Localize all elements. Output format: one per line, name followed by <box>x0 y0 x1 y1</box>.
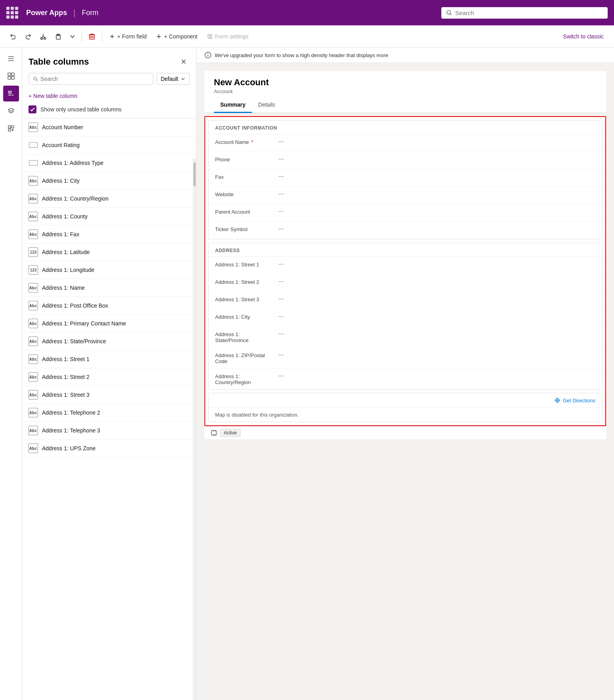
column-list-item[interactable]: Abc Address 1: Street 2 <box>22 368 196 386</box>
top-bar: Power Apps | Form <box>0 0 614 25</box>
text-column-icon: Abc <box>29 337 38 346</box>
column-item-label: Address 1: Primary Contact Name <box>42 320 126 327</box>
sidebar-components-button[interactable] <box>3 120 19 136</box>
form-field-button[interactable]: + Form field <box>105 31 151 42</box>
svg-line-40 <box>36 80 38 81</box>
search-input[interactable] <box>455 10 603 16</box>
column-list-item[interactable]: Abc Address 1: Fax <box>22 226 196 243</box>
toolbar: + Form field + Component Form settings S… <box>0 25 614 48</box>
column-list-item[interactable]: Abc Address 1: Primary Contact Name <box>22 315 196 333</box>
column-item-label: Address 1: Telephone 2 <box>42 409 100 416</box>
number-column-icon: 123 <box>29 247 38 257</box>
plus-icon-2 <box>156 34 162 39</box>
field-account-name-label: Account Name * <box>215 138 278 145</box>
column-list-item[interactable]: Abc Address 1: State/Province <box>22 333 196 350</box>
page-name: Form <box>82 9 99 17</box>
show-unused-label: Show only unused table columns <box>40 106 122 113</box>
sidebar-fields-button[interactable]: c <box>3 86 19 101</box>
sidebar-layers-button[interactable] <box>3 103 19 119</box>
columns-filter-label: Default <box>161 76 178 82</box>
text-column-icon: Abc <box>29 230 38 239</box>
field-state-value: --- <box>278 331 284 337</box>
main-layout: c Table columns ✕ <box>0 48 614 700</box>
column-list-item[interactable]: 123 Address 1: Latitude <box>22 243 196 261</box>
field-street1-value: --- <box>278 261 284 267</box>
field-account-name: Account Name * --- <box>209 134 602 152</box>
form-settings-label: Form settings <box>215 33 249 40</box>
field-website-value: --- <box>278 191 284 197</box>
paste-button[interactable] <box>51 31 65 42</box>
column-list-item[interactable]: Abc Address 1: City <box>22 172 196 190</box>
columns-list: Abc Account Number Account Rating Addres… <box>22 118 196 700</box>
scroll-thumb <box>193 163 196 186</box>
undo-button[interactable] <box>6 31 20 42</box>
column-list-item[interactable]: Abc Address 1: Telephone 2 <box>22 404 196 422</box>
columns-panel-close-button[interactable]: ✕ <box>177 55 190 68</box>
field-street3-value: --- <box>278 296 284 302</box>
expand-icon[interactable] <box>211 430 217 436</box>
form-settings-button[interactable]: Form settings <box>203 31 253 42</box>
switch-classic-button[interactable]: Switch to classic <box>559 31 608 42</box>
hamburger-icon <box>7 55 15 63</box>
search-box[interactable] <box>441 7 608 19</box>
columns-filter-dropdown[interactable]: Default <box>156 73 190 85</box>
tab-details[interactable]: Details <box>252 98 282 113</box>
column-item-label: Account Number <box>42 124 83 130</box>
form-sections-wrapper: ACCOUNT INFORMATION Account Name * --- P… <box>204 116 606 426</box>
sidebar-dashboard-button[interactable] <box>3 68 19 84</box>
sidebar-menu-button[interactable] <box>3 51 19 67</box>
column-list-item[interactable]: Abc Account Number <box>22 119 196 136</box>
cut-button[interactable] <box>36 31 50 42</box>
column-list-item[interactable]: Address 1: Address Type <box>22 154 196 172</box>
scroll-track <box>193 159 196 700</box>
tab-summary[interactable]: Summary <box>214 98 252 113</box>
column-item-label: Address 1: State/Province <box>42 338 106 344</box>
column-list-item[interactable]: Abc Address 1: Post Office Box <box>22 297 196 315</box>
dropdown-button[interactable] <box>67 31 78 42</box>
column-item-label: Address 1: Telephone 3 <box>42 427 100 434</box>
column-list-item[interactable]: Abc Address 1: Name <box>22 279 196 297</box>
get-directions-label: Get Directions <box>563 398 595 404</box>
new-column-button[interactable]: + New table column <box>22 90 196 102</box>
column-list-item[interactable]: Abc Address 1: Street 3 <box>22 386 196 404</box>
address-section: ADDRESS Address 1: Street 1 --- Address … <box>208 243 602 390</box>
field-ticker-symbol-value: --- <box>278 226 284 231</box>
column-list-item[interactable]: 123 Address 1: Longitude <box>22 261 196 279</box>
delete-button[interactable] <box>85 31 99 42</box>
svg-rect-36 <box>8 129 11 131</box>
form-field-label: + Form field <box>117 33 147 40</box>
app-grid-icon[interactable] <box>6 7 18 19</box>
redo-button[interactable] <box>21 31 35 42</box>
text-column-icon: Abc <box>29 444 38 453</box>
svg-marker-33 <box>8 108 14 111</box>
column-list-item[interactable]: Abc Address 1: Country/Region <box>22 190 196 208</box>
columns-search-input[interactable] <box>40 76 149 82</box>
svg-rect-28 <box>11 77 14 79</box>
field-phone: Phone --- <box>209 152 602 169</box>
text-column-icon: Abc <box>29 372 38 382</box>
info-banner: We've upgraded your form to show a high … <box>196 48 614 63</box>
show-unused-row[interactable]: Show only unused table columns <box>22 102 196 118</box>
form-settings-icon <box>207 34 213 39</box>
field-state: Address 1:State/Province --- <box>209 327 602 348</box>
field-street2: Address 1: Street 2 --- <box>209 274 602 292</box>
column-list-item[interactable]: Account Rating <box>22 136 196 154</box>
field-street1: Address 1: Street 1 --- <box>209 257 602 274</box>
column-list-item[interactable]: Abc Address 1: UPS Zone <box>22 440 196 457</box>
text-column-icon: Abc <box>29 408 38 417</box>
rect-column-icon <box>29 142 38 148</box>
columns-search-box[interactable] <box>29 73 153 85</box>
column-list-item[interactable]: Abc Address 1: County <box>22 208 196 226</box>
field-account-name-value: --- <box>278 138 284 144</box>
plus-icon-1 <box>109 34 115 39</box>
column-list-item[interactable]: Abc Address 1: Telephone 3 <box>22 422 196 440</box>
text-column-icon: Abc <box>29 176 38 186</box>
column-item-label: Address 1: Street 2 <box>42 374 90 380</box>
svg-rect-29 <box>8 91 11 92</box>
column-item-label: Address 1: Name <box>42 285 85 291</box>
get-directions-button[interactable]: Get Directions <box>554 397 595 404</box>
field-country-label: Address 1:Country/Region <box>215 373 278 385</box>
column-list-item[interactable]: Abc Address 1: Street 1 <box>22 350 196 368</box>
component-button[interactable]: + Component <box>152 31 201 42</box>
show-unused-checkbox[interactable] <box>29 105 36 113</box>
